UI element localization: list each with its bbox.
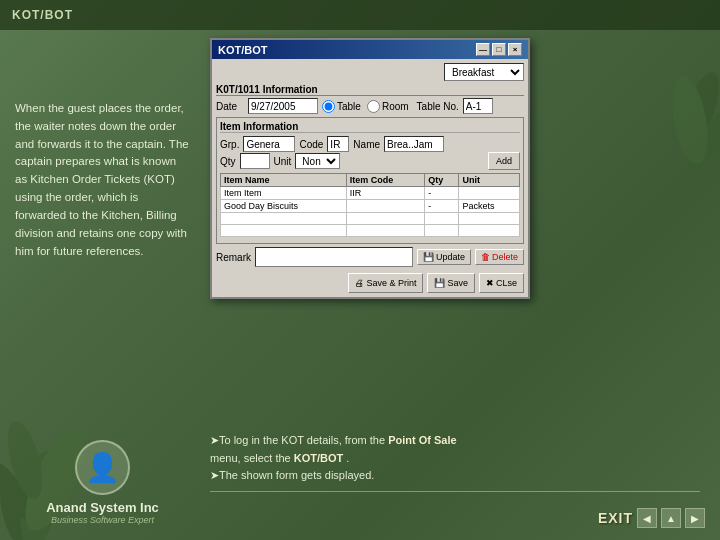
dialog-titlebar: KOT/BOT — □ × [212, 40, 528, 59]
col-item-name: Item Name [221, 174, 347, 187]
qty-unit-row: Qty Unit None Pcs Add [220, 152, 520, 170]
delete-icon: 🗑 [481, 252, 490, 262]
note-line1-text: ➤To log in the KOT details, from the [210, 434, 385, 446]
header-bar: KOT/BOT [0, 0, 720, 30]
exit-button[interactable]: EXIT [598, 510, 633, 526]
titlebar-buttons: — □ × [476, 43, 522, 56]
note-bold1: Point Of Sale [388, 434, 456, 446]
save-label: Save [447, 278, 468, 288]
cell-item-name: Item Item [221, 187, 347, 200]
table-row-empty [221, 213, 520, 225]
nav-next-button[interactable]: ▶ [685, 508, 705, 528]
cell-item-code [346, 200, 424, 213]
col-unit: Unit [459, 174, 520, 187]
kot-dialog: KOT/BOT — □ × Breakfast Lunch Dinner K0T… [210, 38, 530, 299]
close-label: CLse [496, 278, 517, 288]
nav-arrows: EXIT ◀ ▲ ▶ [598, 508, 705, 528]
table-row-empty [221, 225, 520, 237]
qty-label: Qty [220, 156, 236, 167]
save-print-label: Save & Print [366, 278, 416, 288]
kot-info-label: K0T/1011 Information [216, 84, 524, 96]
grp-code-name-row: Grp. Code Name [220, 136, 520, 152]
date-label: Date [216, 101, 244, 112]
left-panel: When the guest places the order, the wai… [15, 100, 190, 260]
cell-item-name: Good Day Biscuits [221, 200, 347, 213]
note-line2-text: menu, select the [210, 452, 291, 464]
table-radio-label: Table [337, 101, 361, 112]
cell-unit [459, 187, 520, 200]
room-radio[interactable]: Room [367, 100, 409, 113]
col-item-code: Item Code [346, 174, 424, 187]
qty-input[interactable] [240, 153, 270, 169]
grp-label: Grp. [220, 139, 239, 150]
table-no-input[interactable] [463, 98, 493, 114]
note-line4: ➤The shown form gets displayed. [210, 467, 700, 485]
save-button[interactable]: 💾 Save [427, 273, 475, 293]
radio-group: Table Room [322, 100, 409, 113]
item-info-title: Item Information [220, 121, 520, 133]
table-radio[interactable]: Table [322, 100, 361, 113]
dialog-title: KOT/BOT [218, 44, 268, 56]
name-label: Name [353, 139, 380, 150]
printer-icon: 🖨 [355, 278, 364, 288]
code-input[interactable] [327, 136, 349, 152]
update-button[interactable]: 💾 Update [417, 249, 471, 265]
remark-label: Remark [216, 252, 251, 263]
col-qty: Qty [425, 174, 459, 187]
table-no-label: Table No. [417, 101, 459, 112]
code-label: Code [299, 139, 323, 150]
table-row[interactable]: Good Day Biscuits - Packets [221, 200, 520, 213]
note-line2: menu, select the KOT/BOT . [210, 450, 700, 468]
close-x-icon: ✖ [486, 278, 494, 288]
company-subtitle: Business Software Expert [51, 515, 154, 525]
room-radio-label: Room [382, 101, 409, 112]
items-table: Item Name Item Code Qty Unit Item Item I… [220, 173, 520, 237]
maximize-button[interactable]: □ [492, 43, 506, 56]
logo-area: 👤 Anand System Inc Business Software Exp… [15, 440, 190, 525]
svg-point-7 [666, 73, 713, 167]
nav-up-button[interactable]: ▲ [661, 508, 681, 528]
logo-icon: 👤 [85, 451, 120, 484]
note-line3: . [346, 452, 349, 464]
plant-right-decoration [620, 60, 720, 210]
note-bold2: KOT/BOT [294, 452, 344, 464]
cell-qty: - [425, 200, 459, 213]
bottom-buttons: 🖨 Save & Print 💾 Save ✖ CLse [216, 270, 524, 293]
nav-prev-button[interactable]: ◀ [637, 508, 657, 528]
dialog-body: Breakfast Lunch Dinner K0T/1011 Informat… [212, 59, 528, 297]
grp-input[interactable] [243, 136, 295, 152]
note-line1: ➤To log in the KOT details, from the Poi… [210, 432, 700, 450]
cell-qty: - [425, 187, 459, 200]
item-info-section: Item Information Grp. Code Name Qty Unit [216, 117, 524, 244]
remark-row: Remark 💾 Update 🗑 Delete [216, 247, 524, 267]
close-dialog-button[interactable]: ✖ CLse [479, 273, 524, 293]
table-row[interactable]: Item Item IIR - [221, 187, 520, 200]
bottom-line [210, 491, 700, 492]
header-title: KOT/BOT [12, 8, 73, 22]
unit-label: Unit [274, 156, 292, 167]
svg-point-6 [680, 104, 720, 175]
meal-type-row: Breakfast Lunch Dinner [216, 63, 524, 81]
company-name: Anand System Inc [46, 500, 159, 515]
floppy-icon: 💾 [423, 252, 434, 262]
bottom-notes: ➤To log in the KOT details, from the Poi… [210, 432, 700, 485]
update-label: Update [436, 252, 465, 262]
meal-type-select[interactable]: Breakfast Lunch Dinner [444, 63, 524, 81]
delete-label: Delete [492, 252, 518, 262]
cell-item-code: IIR [346, 187, 424, 200]
add-button[interactable]: Add [488, 152, 520, 170]
save-icon: 💾 [434, 278, 445, 288]
date-input[interactable] [248, 98, 318, 114]
close-button[interactable]: × [508, 43, 522, 56]
name-input[interactable] [384, 136, 444, 152]
remark-input[interactable] [255, 247, 413, 267]
left-panel-text: When the guest places the order, the wai… [15, 102, 189, 257]
date-row: Date Table Room Table No. [216, 98, 524, 114]
svg-point-5 [673, 68, 720, 153]
delete-button[interactable]: 🗑 Delete [475, 249, 524, 265]
logo-circle: 👤 [75, 440, 130, 495]
cell-unit: Packets [459, 200, 520, 213]
save-print-button[interactable]: 🖨 Save & Print [348, 273, 423, 293]
minimize-button[interactable]: — [476, 43, 490, 56]
unit-select[interactable]: None Pcs [295, 153, 340, 169]
